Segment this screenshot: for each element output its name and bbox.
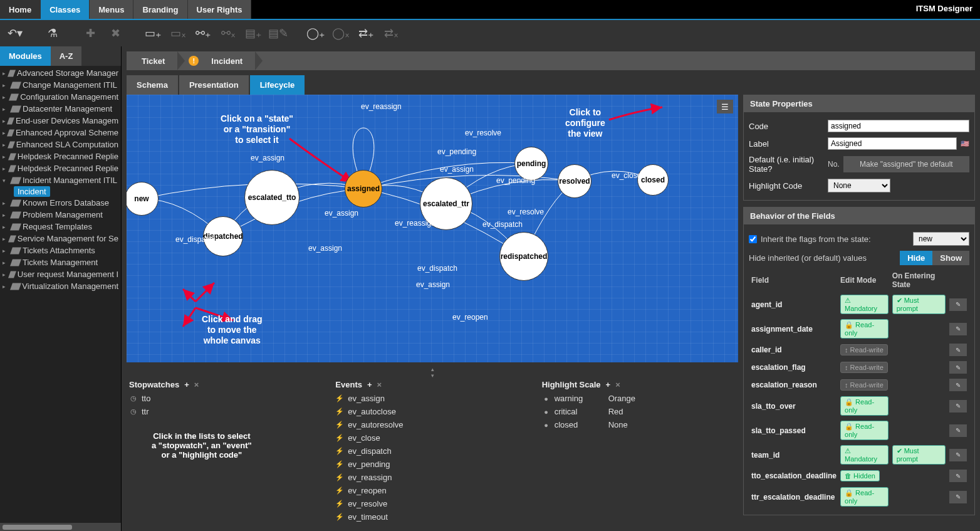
top-tab-menus[interactable]: Menus: [90, 0, 133, 19]
state-pending[interactable]: pending: [514, 147, 548, 181]
hide-button[interactable]: Hide: [900, 251, 932, 265]
edit-field-button[interactable]: ✎: [949, 298, 967, 311]
undo-button[interactable]: ↶▾: [5, 23, 25, 43]
subtab-lifecycle[interactable]: Lifecycle: [250, 75, 305, 95]
state-redispatched[interactable]: redispatched: [499, 232, 548, 281]
view-config-button[interactable]: ☰: [717, 100, 733, 113]
transition-label[interactable]: ev_assign: [440, 165, 474, 174]
label-input[interactable]: [828, 137, 957, 150]
edit-mode-badge[interactable]: 🗑 Hidden: [840, 470, 880, 481]
module-item[interactable]: ▸Enhanced Approval Scheme: [0, 127, 121, 139]
event-item[interactable]: ⚡ev_pending: [335, 458, 529, 471]
horizontal-scrollbar[interactable]: [0, 522, 121, 531]
edit-mode-badge[interactable]: 🔒 Read-only: [840, 487, 889, 507]
add-stopwatch-button[interactable]: +: [184, 380, 189, 389]
transition-label[interactable]: ev_pending: [496, 176, 535, 185]
close-event-button[interactable]: ×: [377, 380, 382, 389]
module-child-selected[interactable]: Incident: [14, 186, 50, 197]
state-closed[interactable]: closed: [637, 164, 669, 196]
module-item[interactable]: ▸Problem Management: [0, 209, 121, 221]
add-button[interactable]: ✚: [80, 23, 100, 43]
module-item[interactable]: ▸Service Management for Se: [0, 233, 121, 244]
top-tab-classes[interactable]: Classes: [41, 0, 90, 19]
sidebar-tab-modules[interactable]: Modules: [0, 46, 51, 66]
top-tab-branding[interactable]: Branding: [133, 0, 187, 19]
transition-label[interactable]: ev_dispatch: [482, 220, 523, 229]
event-item[interactable]: ⚡ev_dispatch: [335, 444, 529, 458]
state-escalated_tto[interactable]: escalated_tto: [244, 170, 300, 225]
module-item[interactable]: ▸Datacenter Management: [0, 103, 121, 115]
edit-field-button[interactable]: ✎: [949, 344, 967, 356]
battery-remove-icon[interactable]: ▭ₓ: [168, 23, 188, 43]
module-item[interactable]: ▸Helpdesk Precanned Replie: [0, 150, 121, 162]
state-remove-icon[interactable]: ◯ₓ: [331, 23, 351, 43]
edit-mode-badge[interactable]: ↕ Read-write: [840, 344, 888, 355]
delete-button[interactable]: ✖: [105, 23, 125, 43]
module-item[interactable]: ▸Request Templates: [0, 221, 121, 233]
inherit-from-select[interactable]: new: [913, 232, 969, 246]
subtab-schema[interactable]: Schema: [127, 75, 178, 95]
module-item[interactable]: ▸Virtualization Management: [0, 280, 121, 292]
transition-add-icon[interactable]: ⇄₊: [356, 23, 376, 43]
highlight-code-select[interactable]: None: [828, 179, 890, 192]
state-resolved[interactable]: resolved: [558, 164, 592, 198]
highlight-item[interactable]: ●closedNone: [542, 418, 736, 431]
edit-field-button[interactable]: ✎: [949, 323, 967, 335]
transition-label[interactable]: ev_pending: [437, 147, 476, 156]
add-highlight-button[interactable]: +: [606, 380, 611, 389]
transition-label[interactable]: ev_dispatch: [417, 264, 457, 273]
edit-mode-badge[interactable]: 🔒 Read-only: [840, 421, 889, 440]
stopwatch-item[interactable]: ◷ttr: [129, 405, 323, 418]
event-item[interactable]: ⚡ev_autoclose: [335, 405, 529, 418]
form-add-icon[interactable]: ▤₊: [243, 23, 263, 43]
link-remove-icon[interactable]: ⚯ₓ: [218, 23, 238, 43]
transition-label[interactable]: ev_reassign: [395, 219, 435, 228]
transition-label[interactable]: ev_resolve: [465, 129, 501, 137]
module-item[interactable]: ▸Tickets Management: [0, 256, 121, 268]
highlight-item[interactable]: ●warningOrange: [542, 392, 736, 405]
close-stopwatch-button[interactable]: ×: [194, 380, 199, 389]
module-item[interactable]: ▸Known Errors Database: [0, 197, 121, 209]
close-highlight-button[interactable]: ×: [615, 380, 620, 389]
event-item[interactable]: ⚡ev_resolve: [335, 497, 529, 510]
transition-label[interactable]: ev_assign: [251, 154, 284, 162]
edit-field-button[interactable]: ✎: [949, 470, 967, 482]
top-tab-user-rights[interactable]: User Rights: [188, 0, 252, 19]
stopwatch-item[interactable]: ◷tto: [129, 392, 323, 405]
transition-label[interactable]: ev_reopen: [452, 313, 488, 322]
enter-badge[interactable]: ✔ Must prompt: [892, 445, 946, 465]
event-item[interactable]: ⚡ev_close: [335, 431, 529, 444]
show-button[interactable]: Show: [932, 251, 969, 265]
code-input[interactable]: [828, 120, 969, 132]
transition-label[interactable]: ev_assign: [308, 244, 342, 253]
module-item[interactable]: ▸Configuration Management: [0, 91, 121, 103]
module-item[interactable]: ▸End-user Devices Managem: [0, 115, 121, 127]
transition-remove-icon[interactable]: ⇄ₓ: [381, 23, 401, 43]
transition-label[interactable]: ev_assign: [325, 209, 358, 218]
edit-mode-badge[interactable]: 🔒 Read-only: [840, 319, 889, 339]
module-item[interactable]: ▸Advanced Storage Manager: [0, 67, 121, 79]
sidebar-tab-a-z[interactable]: A-Z: [51, 46, 82, 66]
edit-field-button[interactable]: ✎: [949, 361, 967, 374]
battery-add-icon[interactable]: ▭₊: [143, 23, 163, 43]
form-edit-icon[interactable]: ▤✎: [268, 23, 288, 43]
edit-field-button[interactable]: ✎: [949, 491, 967, 503]
highlight-item[interactable]: ●criticalRed: [542, 405, 736, 418]
breadcrumb-item[interactable]: Ticket: [133, 56, 174, 66]
state-new[interactable]: new: [127, 182, 159, 216]
edit-field-button[interactable]: ✎: [949, 400, 967, 413]
inherit-checkbox[interactable]: [749, 235, 757, 243]
transition-label[interactable]: ev_dispatch: [175, 235, 216, 244]
top-tab-home[interactable]: Home: [0, 0, 41, 19]
edit-field-button[interactable]: ✎: [949, 449, 967, 461]
module-item[interactable]: ▸Change Management ITIL: [0, 79, 121, 91]
event-item[interactable]: ⚡ev_assign: [335, 392, 529, 405]
add-event-button[interactable]: +: [367, 380, 372, 389]
transition-label[interactable]: ev_reassign: [361, 102, 402, 111]
event-item[interactable]: ⚡ev_reopen: [335, 484, 529, 497]
state-add-icon[interactable]: ◯₊: [306, 23, 326, 43]
enter-badge[interactable]: ✔ Must prompt: [892, 295, 946, 314]
make-default-button[interactable]: Make "assigned" the default: [843, 156, 969, 172]
edit-field-button[interactable]: ✎: [949, 424, 967, 437]
edit-field-button[interactable]: ✎: [949, 379, 967, 391]
